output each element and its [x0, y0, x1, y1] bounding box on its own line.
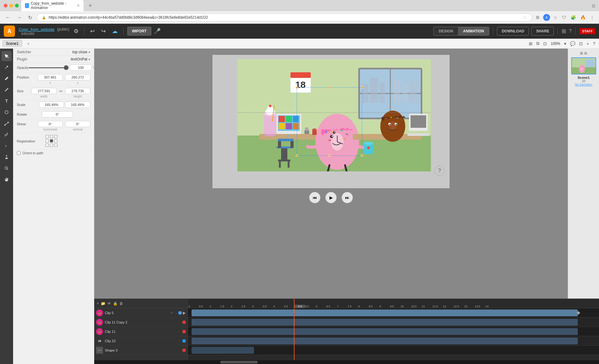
brush-tool[interactable]: [2, 85, 12, 95]
refresh-button[interactable]: ↻: [26, 14, 34, 21]
tl-delete-button[interactable]: 🗑: [119, 301, 123, 306]
track5-bar[interactable]: [192, 347, 254, 354]
reg-dot-ml[interactable]: [46, 139, 49, 142]
minimize-dot[interactable]: [9, 4, 13, 7]
design-button[interactable]: DESIGN: [434, 27, 458, 35]
add-button[interactable]: +: [585, 41, 590, 47]
undo-button[interactable]: ↩: [88, 26, 97, 36]
save-button[interactable]: ☁: [110, 26, 119, 36]
redo-button[interactable]: ↪: [99, 26, 108, 36]
scene-thumbnail[interactable]: [571, 57, 596, 74]
help-button[interactable]: ?: [435, 166, 445, 176]
tl-lock-button[interactable]: 🔒: [113, 301, 118, 306]
plugin-dropdown-icon[interactable]: ▾: [89, 58, 90, 61]
share-button[interactable]: SHARE: [531, 27, 554, 36]
close-dot[interactable]: [4, 4, 7, 7]
star-icon[interactable]: ☆: [523, 15, 527, 20]
grid-view-button[interactable]: ⊞: [528, 41, 534, 47]
shear-h-input[interactable]: 0°: [38, 121, 63, 127]
text-tool[interactable]: T: [2, 96, 12, 106]
position-y-input[interactable]: 260.272: [65, 74, 90, 80]
eyedrop-tool[interactable]: [2, 141, 12, 151]
reg-dot-br[interactable]: [54, 144, 57, 147]
scrollbar-thumb[interactable]: [220, 361, 258, 363]
rotate-input[interactable]: 0°: [42, 111, 73, 117]
reg-dot-tr[interactable]: [54, 135, 57, 138]
arrow-tool[interactable]: [2, 62, 12, 72]
profile-icon[interactable]: A: [543, 14, 550, 21]
help-icon[interactable]: ?: [569, 28, 572, 34]
switcher-dropdown-icon[interactable]: ▾: [89, 50, 90, 54]
rewind-button[interactable]: ⏮: [309, 192, 320, 203]
window-restore-icon[interactable]: ⊡: [592, 3, 595, 8]
hand-tool[interactable]: [2, 175, 12, 184]
settings-button[interactable]: ⚙: [72, 26, 80, 36]
no-transition[interactable]: No transition: [575, 83, 592, 86]
download-button[interactable]: DOWNLOAD: [497, 27, 529, 36]
project-name[interactable]: Copy_from_website: [19, 27, 55, 32]
maximize-dot[interactable]: [15, 4, 19, 7]
reg-dot-tc[interactable]: [50, 135, 53, 138]
panel-grid-icon[interactable]: ⊞: [580, 51, 583, 55]
figure-tool[interactable]: [2, 152, 12, 162]
new-tab-button[interactable]: +: [86, 2, 95, 9]
tl-add-layer-button[interactable]: +: [97, 301, 99, 306]
zoom-dropdown-button[interactable]: ▾: [563, 41, 567, 47]
track3-bar[interactable]: [192, 328, 578, 335]
pen-tool[interactable]: [2, 74, 12, 84]
reg-dot-bl[interactable]: [46, 144, 49, 147]
orient-path-checkbox[interactable]: [17, 151, 21, 155]
fit-button[interactable]: ⊡: [542, 41, 548, 47]
shear-v-input[interactable]: 0°: [65, 121, 90, 127]
zoom-tool[interactable]: [2, 163, 12, 173]
reg-dot-mr[interactable]: [54, 139, 57, 142]
plugin-control[interactable]: textOnPat ▾: [71, 57, 90, 61]
puzzle-icon[interactable]: 🧩: [570, 14, 577, 21]
reg-dot-bc[interactable]: [50, 144, 53, 147]
opacity-input[interactable]: 100: [70, 65, 92, 71]
add-scene-button[interactable]: +: [26, 41, 31, 47]
opacity-slider[interactable]: [28, 67, 69, 68]
back-button[interactable]: ←: [4, 14, 12, 21]
layout-icon[interactable]: ⊞: [562, 28, 566, 35]
tl-eye-button[interactable]: 👁: [107, 301, 111, 306]
reg-dot-mc[interactable]: [50, 139, 53, 142]
track2-bar[interactable]: [192, 319, 578, 326]
mic-button[interactable]: 🎤: [154, 28, 161, 35]
play-button[interactable]: ▶: [325, 192, 337, 203]
track1-pencil-icon[interactable]: ✎: [170, 311, 173, 314]
panel-copy-icon[interactable]: ⧉: [584, 51, 587, 55]
question-button[interactable]: ?: [592, 41, 597, 47]
select-tool[interactable]: [2, 51, 12, 61]
track1-bar[interactable]: [192, 309, 578, 316]
tl-folder-button[interactable]: 📁: [101, 301, 105, 306]
menu-icon[interactable]: ⋮: [589, 14, 595, 21]
copy-button[interactable]: ⧉: [535, 40, 541, 47]
browser-tab[interactable]: Copy_from_website - Animatron ✕: [21, 0, 84, 11]
extensions-icon[interactable]: ⚙: [535, 14, 541, 21]
path-tool[interactable]: [2, 118, 12, 128]
import-button[interactable]: IMPORT: [127, 27, 151, 36]
animation-button[interactable]: ANIMATION: [458, 27, 489, 35]
size-height-input[interactable]: 279.735: [65, 88, 90, 94]
paint-tool[interactable]: [2, 130, 12, 140]
scale-y-input[interactable]: 165.49%: [65, 102, 90, 108]
link-size-icon[interactable]: ⇔: [59, 88, 63, 93]
reg-dot-tl[interactable]: [46, 135, 49, 138]
forward-button[interactable]: ⏭: [342, 192, 353, 203]
track1-expand-icon[interactable]: ▶: [183, 311, 186, 315]
flame-icon[interactable]: 🔥: [579, 14, 587, 21]
switcher-control[interactable]: top close ▾: [72, 50, 90, 54]
comment-button[interactable]: 💬: [569, 41, 577, 47]
forward-button[interactable]: →: [15, 14, 24, 21]
track4-bar[interactable]: [192, 338, 578, 344]
size-width-input[interactable]: 277.591: [32, 88, 56, 94]
scale-x-input[interactable]: 165.49%: [39, 102, 64, 108]
scene-tab[interactable]: Scene1: [2, 40, 22, 47]
position-x-input[interactable]: 307.861: [38, 74, 63, 80]
bookmark-icon[interactable]: ☆: [553, 14, 558, 21]
shield-icon[interactable]: 🛡: [561, 14, 567, 21]
shape-tool[interactable]: [2, 107, 12, 117]
scrollbar-track[interactable]: [189, 361, 598, 363]
tab-close-icon[interactable]: ✕: [77, 3, 80, 8]
